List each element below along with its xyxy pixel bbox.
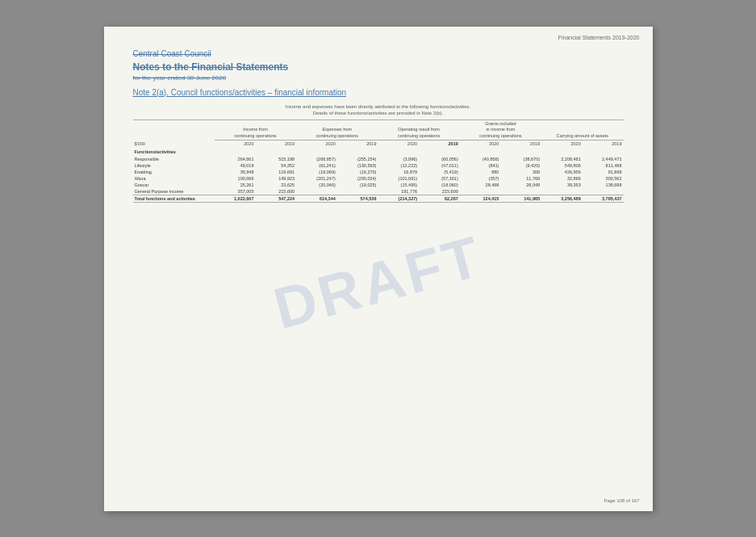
row-income-2019-goscar: 23,625 [255,182,296,188]
row-grants-2019-allura: 11,769 [500,175,541,182]
row-grants-2020-responsible: (40,856) [460,156,501,162]
row-operating-2020-responsible: (3,996) [378,156,419,162]
row-assets-2019-enabling: 91,868 [583,169,624,175]
row-assets-2019-allura: 300,562 [583,175,624,182]
row-grants-2019-lifestyle: (9,420) [500,162,541,169]
financial-table: Income fromcontinuing operations Expense… [133,120,624,203]
col-header-income: Income fromcontinuing operations [215,120,296,140]
row-grants-2019-gpi [500,188,541,195]
col-header-assets: Carrying amount of assets [541,120,623,140]
row-grants-2019-goscar: 28,049 [500,182,541,188]
row-operating-2020-gpi: 191,776 [378,188,419,195]
col-expenses-2020: 2020 [296,140,337,148]
table-row: General Purpose income 357,005 215,600 1… [133,188,624,195]
row-label-lifestyle: Lifestyle [133,162,215,169]
row-grants-2019-total: 141,965 [500,195,541,202]
row-income-2020-lifestyle: 49,019 [215,162,256,169]
row-operating-2020-goscar: (15,495) [378,182,419,188]
row-operating-2020-total: (214,327) [378,195,419,202]
row-expenses-2020-enabling: (19,069) [296,169,337,175]
row-assets-2020-enabling: 426,956 [541,169,583,175]
row-income-2020-total: 1,022,607 [215,195,256,202]
row-assets-2019-goscar: 138,698 [583,182,624,188]
row-operating-2019-enabling: (5,419) [419,169,460,175]
row-income-2020-allura: 100,066 [215,175,256,182]
council-name: Central Coast Council [133,49,624,58]
row-grants-2020-total: 124,415 [460,195,501,202]
table-row: Enabling 35,948 119,691 (19,069) (19,270… [133,169,624,175]
functions-section-header: Functions/activities [133,148,624,156]
row-expenses-2020-allura: (201,247) [296,175,337,182]
row-assets-2019-responsible: 2,449,471 [583,156,624,162]
table-row: Goscar 25,261 23,625 (20,046) (19,025) (… [133,182,624,188]
row-label-goscar: Goscar [133,182,215,188]
col-header-label [133,120,215,140]
intro-text: Income and expenses have been directly a… [133,103,624,117]
row-expenses-2019-lifestyle: (130,563) [337,162,378,169]
row-expenses-2019-responsible: (255,254) [337,156,378,162]
row-assets-2020-total: 3,256,489 [541,195,583,202]
col-header-expenses: Expenses fromcontinuing operations [296,120,378,140]
row-operating-2019-goscar: (18,060) [419,182,460,188]
row-income-2019-allura: 149,923 [255,175,296,182]
col-income-2019: 2019 [255,140,296,148]
row-operating-2020-enabling: 16,879 [378,169,419,175]
row-operating-2020-allura: (101,061) [378,175,419,182]
row-expenses-2020-total: 614,344 [296,195,337,202]
row-assets-2020-allura: 32,896 [541,175,583,182]
col-header-grants: Grants includedin income fromcontinuing … [460,120,541,140]
row-income-2019-enabling: 119,691 [255,169,296,175]
row-assets-2019-lifestyle: 811,498 [583,162,624,169]
row-grants-2020-goscar: 28,468 [460,182,501,188]
row-label-gpi: General Purpose income [133,188,215,195]
draft-watermark: DRAFT [266,222,489,342]
row-assets-2019-gpi [583,188,624,195]
col-operating-2019: 2019 [419,140,460,148]
document-page: Financial Statements 2019-2020 Central C… [104,27,653,511]
row-expenses-2020-lifestyle: (61,241) [296,162,337,169]
col-assets-2020: 2020 [541,140,583,148]
row-grants-2019-responsible: (38,670) [500,156,541,162]
col-grants-2019: 2019 [500,140,541,148]
top-reference: Financial Statements 2019-2020 [558,35,640,40]
row-income-2019-gpi: 215,600 [255,188,296,195]
col-income-2020: 2020 [215,140,256,148]
table-row: Allura 100,066 149,923 (201,247) (230,02… [133,175,624,182]
row-label-total: Total functions and activities [133,195,215,202]
col-header-operating: Operating result fromcontinuing operatio… [378,120,459,140]
col-grants-2020: 2020 [460,140,501,148]
row-expenses-2019-goscar: (19,025) [337,182,378,188]
row-income-2020-gpi: 357,005 [215,188,256,195]
col-expenses-2019: 2019 [337,140,378,148]
table-row: Responsible 264,861 515,198 (268,857) (2… [133,156,624,162]
row-label-responsible: Responsible [133,156,215,162]
notes-title: Notes to the Financial Statements [133,61,624,73]
row-operating-2020-lifestyle: (12,222) [378,162,419,169]
row-expenses-2019-allura: (230,024) [337,175,378,182]
row-label-allura: Allura [133,175,215,182]
row-income-2019-total: 547,224 [255,195,296,202]
row-grants-2020-enabling: 880 [460,169,501,175]
row-label-enabling: Enabling [133,169,215,175]
row-income-2019-responsible: 515,198 [255,156,296,162]
financial-table-wrapper: Income and expenses have been directly a… [133,103,624,203]
row-grants-2020-allura: (357) [460,175,501,182]
row-income-2020-goscar: 25,261 [215,182,256,188]
row-income-2020-enabling: 35,948 [215,169,256,175]
row-assets-2019-total: 3,785,437 [583,195,624,202]
row-grants-2020-lifestyle: (841) [460,162,501,169]
row-grants-2020-gpi [460,188,501,195]
row-operating-2019-total: 62,287 [419,195,460,202]
section-title: Note 2(a). Council functions/activities … [133,88,624,97]
row-income-2020-responsible: 264,861 [215,156,256,162]
bottom-reference: Page 108 of 167 [604,498,639,503]
row-expenses-2020-responsible: (268,857) [296,156,337,162]
row-expenses-2019-gpi [337,188,378,195]
row-grants-2019-enabling: 309 [500,169,541,175]
table-row: Lifestyle 49,019 54,352 (61,241) (130,56… [133,162,624,169]
row-expenses-2019-total: 574,536 [337,195,378,202]
row-operating-2019-gpi: 215,600 [419,188,460,195]
row-expenses-2020-gpi [296,188,337,195]
col-operating-2020: 2020 [378,140,419,148]
row-assets-2020-gpi [541,188,583,195]
